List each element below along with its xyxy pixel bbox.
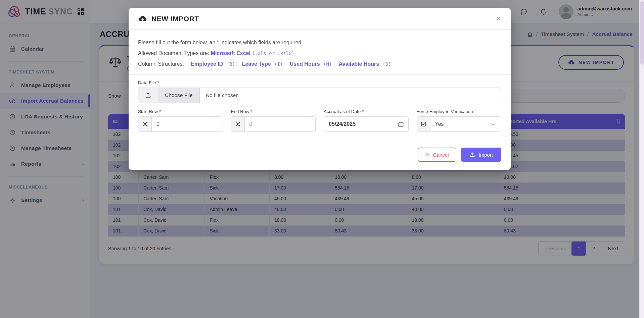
start-row-label: Start Row * [138,109,223,114]
no-file-chosen-text: No file chosen [200,92,245,98]
modal-divider [129,74,511,75]
modal-intro-text: Please fill out the form below, an * ind… [138,40,501,46]
accrual-date-input[interactable] [324,117,408,131]
shuffle-icon [231,117,245,131]
allowed-extensions: (.xls or .xslx) [252,51,294,56]
data-file-label: Data File * [138,80,501,85]
upload-icon [138,88,158,103]
modal-footer-divider [129,142,511,142]
force-verification-field: Force Employee Verification Yes [417,109,502,132]
excel-link[interactable]: Microsoft Excel [211,50,250,56]
column-structures-text: Column Structures: Employee ID (B) Leave… [138,61,501,67]
start-row-field: Start Row * [138,109,223,132]
modal-footer: ✕ Cancel Import [138,148,501,162]
end-row-field: End Row * [231,109,316,132]
column-key: (B) [227,61,235,67]
column-key: (O) [383,61,391,67]
scrollbar-thumb[interactable] [640,1,644,65]
modal-header: NEW IMPORT ✕ [129,8,511,30]
column-structure-item: Used Hours [290,61,320,67]
allowed-types-text: Allowed Document Types are: Microsoft Ex… [138,50,501,56]
upload-icon [469,152,475,158]
modal-fields-row: Start Row * End Row * [138,109,501,132]
close-icon[interactable]: ✕ [495,15,501,23]
force-verification-select[interactable]: Yes [417,116,502,132]
cloud-upload-icon [138,14,147,23]
import-button[interactable]: Import [461,148,501,162]
checkbox-icon [417,117,430,131]
cancel-button[interactable]: ✕ Cancel [418,148,456,162]
column-key: (N) [323,61,332,67]
column-structure-item: Employee ID [191,61,223,67]
force-verification-label: Force Employee Verification [417,109,502,114]
data-file-input[interactable]: Choose File No file chosen [138,88,501,103]
chevron-down-icon [490,122,497,128]
x-icon: ✕ [426,152,430,158]
shuffle-icon [138,117,152,131]
new-import-modal: NEW IMPORT ✕ Please fill out the form be… [129,8,511,170]
end-row-input[interactable] [245,117,316,131]
modal-title: NEW IMPORT [151,15,199,23]
accrual-date-label: Accrual as of Date * [324,109,409,114]
end-row-label: End Row * [231,109,316,114]
column-structure-item: Available Hours [339,61,379,67]
column-key: (I) [274,61,283,67]
choose-file-button[interactable]: Choose File [158,88,200,103]
column-structure-item: Leave Type [242,61,271,67]
calendar-icon[interactable] [398,121,404,128]
accrual-date-field: Accrual as of Date * [324,109,409,132]
page-scrollbar[interactable] [639,0,644,318]
modal-body: Please fill out the form below, an * ind… [129,30,511,162]
start-row-input[interactable] [152,117,223,131]
